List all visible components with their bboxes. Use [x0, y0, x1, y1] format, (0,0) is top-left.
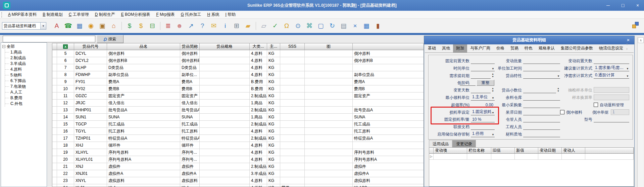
tree-item-8[interactable]: A.人工	[5, 89, 47, 95]
close-button[interactable]: ×	[635, 3, 641, 8]
header-10[interactable]	[353, 43, 424, 50]
table-row[interactable]: 12JRJC借入借出借入借出1.商品KG	[52, 100, 424, 107]
menu-item-E[interactable]: E BOM分析报表	[118, 11, 153, 18]
table-row[interactable]: 23XNYL虚拟原料虚拟原料4.原料KG虚拟原料	[52, 177, 424, 184]
field-input[interactable]	[523, 131, 560, 137]
refresh-icon[interactable]: ↻	[328, 22, 336, 30]
restore-button[interactable]: □	[620, 3, 626, 8]
header-8[interactable]: SSS	[280, 43, 305, 50]
table-row[interactable]: 7DLHPD类货品D类货品4.原料KG	[52, 64, 424, 71]
backflush-checkbox[interactable]	[560, 110, 564, 114]
tab-nav-arrows[interactable]: ‹ ›	[626, 42, 634, 52]
header-7[interactable]: 主...	[267, 43, 280, 50]
customer-data-icon[interactable]: A	[53, 22, 61, 30]
grid-header-旧值[interactable]: 旧值	[491, 148, 515, 154]
grid-header-新值[interactable]: 新值	[515, 148, 538, 154]
scroll-up-icon[interactable]: ∧	[638, 37, 644, 43]
display-icon[interactable]: ▢	[317, 22, 325, 30]
computer-icon[interactable]: ▦	[76, 22, 84, 30]
money-bag-icon[interactable]: $	[137, 22, 145, 30]
table-row[interactable]: 21XNJ虚拟件虚拟件2.制成品KG虚拟件	[52, 163, 424, 170]
lock-icon[interactable]: ◉	[87, 22, 95, 30]
panel-scrollbar[interactable]: ∧	[637, 37, 644, 187]
header-4[interactable]: 货品简称	[180, 43, 200, 50]
excel-export-icon[interactable]: X	[63, 44, 68, 49]
search-button[interactable]: 搜索	[97, 35, 123, 43]
tab-物流信息设定[interactable]: 物流信息设定	[596, 44, 626, 52]
folder-icon[interactable]: ▰	[244, 22, 252, 30]
link-icon[interactable]: ↗	[187, 22, 195, 30]
sitemap-icon[interactable]: ⌘	[305, 22, 313, 30]
exit-icon[interactable]: ▮	[374, 22, 382, 30]
menu-item-A[interactable]: A MRP基本资料	[5, 11, 40, 18]
table-row[interactable]: 17TZHP01特征货品A特征货品A2.制成品KG特征货品A	[52, 135, 424, 142]
tab-贸易[interactable]: 贸易	[507, 44, 522, 52]
table-row[interactable]: 20XLHYL01序列号原料A序列号...4.原料KG序列号原料A	[52, 156, 424, 163]
header-9[interactable]: 图	[305, 43, 353, 50]
copy-icon[interactable]: ▱	[260, 22, 268, 30]
header-2[interactable]: 货品代号	[74, 43, 107, 50]
tab-基础[interactable]: 基础	[425, 44, 439, 52]
field-input[interactable]	[594, 58, 629, 64]
table-row[interactable]: 13PHHP01批号货品A批号货品A2.制成品KG批号货品A	[52, 107, 424, 114]
grid-header-变动项[interactable]: 变动项	[434, 148, 467, 154]
tree-item-10[interactable]: C.外包	[5, 101, 47, 107]
table-row[interactable]: 5DCYL倒冲原料倒冲原料4.原料KG倒冲原料	[52, 50, 424, 57]
table-row[interactable]: 10FY02费用B费用BB.费用KG费用B	[52, 85, 424, 92]
tree-item-1[interactable]: 1.商品	[5, 49, 47, 55]
tree-item-5[interactable]: 5.物料	[5, 72, 47, 78]
menu-item-H[interactable]: H 系统	[204, 11, 222, 18]
search-icon[interactable]: ⊙	[294, 22, 302, 30]
check-icon[interactable]: ✓	[271, 22, 279, 30]
tab-其他[interactable]: 其他	[439, 44, 453, 52]
briefcase-icon[interactable]: ▣	[98, 22, 106, 30]
table-row[interactable]: 8FDWHP副单位货品副单位...4.原料KG副单位货品	[52, 71, 424, 78]
grid-header-变动人[interactable]: 变动人	[562, 148, 585, 154]
tab-规格承认[interactable]: 规格承认	[536, 44, 558, 52]
rebuild-button[interactable]: 重整	[477, 80, 494, 86]
clipboard-icon[interactable]: ≣	[164, 22, 172, 30]
cascade-windows-icon[interactable]	[632, 22, 639, 29]
table-row[interactable]: 24XL01XLAXLA4.原料KG苹果XLASS	[52, 184, 424, 187]
calculator-icon[interactable]: ⊞	[233, 22, 241, 30]
tree-item-6[interactable]: 6.下脚品	[5, 78, 47, 84]
change-grid-row[interactable]: ▷	[429, 154, 634, 160]
menu-item-C[interactable]: C 工单管理	[66, 11, 92, 18]
menu-item-B[interactable]: B 制造规划	[40, 11, 65, 18]
tab-附加[interactable]: 附加	[453, 44, 467, 52]
menu-item-F[interactable]: F Mrp报表	[153, 11, 178, 18]
header-3[interactable]: 品名	[107, 43, 180, 50]
field-input[interactable]	[523, 124, 560, 130]
tab-集团公司货品参数[interactable]: 集团公司货品参数	[558, 44, 596, 52]
search-input[interactable]	[3, 36, 95, 42]
help-icon[interactable]: ?	[198, 22, 206, 30]
table-row[interactable]: 18XHJ循环件循环件4.原料KG	[52, 142, 424, 149]
tree-item-4[interactable]: 4.原料	[5, 67, 47, 72]
tree-root-all[interactable]: −全部	[2, 44, 47, 49]
field-input[interactable]: 1.需求量/毛需…▼	[594, 65, 629, 71]
header-rownum[interactable]: X	[57, 43, 74, 50]
table-row[interactable]: 9FY01费用A费用AB.费用KG费用A	[52, 78, 424, 85]
info-icon[interactable]: i	[221, 22, 229, 30]
tree-item-7[interactable]: 7.包装物	[5, 84, 47, 89]
tab-价格[interactable]: 价格	[493, 44, 507, 52]
table-row[interactable]: 14SUN1SUNASUNA1.商品KGSUNA	[52, 114, 424, 121]
minimize-button[interactable]: ─	[605, 3, 611, 8]
home-icon[interactable]: ⌂	[110, 22, 118, 30]
field-input[interactable]: 0.逐阶计算▼	[594, 73, 629, 79]
table-row[interactable]: 6DCYL2倒冲原料B倒冲原料B4.原料KG倒冲原料B	[52, 57, 424, 64]
table-row[interactable]: 15TGCP托工成品托工成品2.制成品KG托工成品	[52, 121, 424, 128]
tab-特色[interactable]: 特色	[522, 44, 536, 52]
table-row[interactable]: 22XNJ01虚拟件A虚拟件A3.半成品KG虚拟件A	[52, 170, 424, 177]
printer-icon[interactable]: ▤	[340, 22, 348, 30]
chevron-down-icon[interactable]: ▼	[40, 23, 46, 29]
dropdown-arrow-icon[interactable]: ▼	[626, 75, 629, 78]
auto-return-checkbox[interactable]	[594, 103, 598, 107]
tree-item-3[interactable]: 3.半成品	[5, 61, 47, 67]
close-window-icon[interactable]: ×	[351, 22, 359, 30]
users-icon[interactable]: ☻	[176, 22, 184, 30]
grid-header-栏位名称[interactable]: 栏位名称	[467, 148, 491, 154]
grid-header-变动日期[interactable]: 变动日期	[538, 148, 562, 154]
tree-item-2[interactable]: 2.制成品	[5, 55, 47, 61]
field-input[interactable]	[594, 116, 629, 122]
